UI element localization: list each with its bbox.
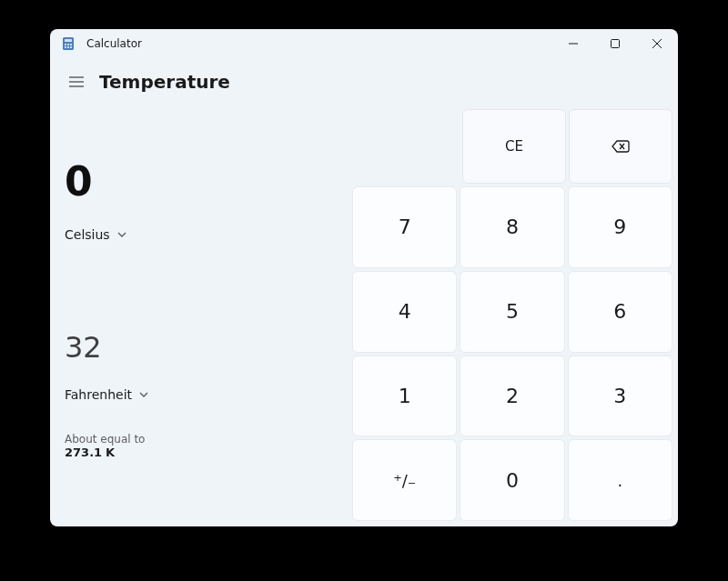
backspace-icon [612, 140, 630, 153]
app-icon [61, 36, 76, 51]
key-7[interactable]: 7 [352, 186, 457, 268]
about-label: About equal to [65, 433, 350, 446]
key-4[interactable]: 4 [352, 271, 457, 353]
body: 0 Celsius 32 Fahrenheit About equal to 2… [50, 109, 678, 526]
title-bar: Calculator [50, 29, 678, 58]
keypad-spacer [352, 109, 460, 184]
output-unit-label: Fahrenheit [65, 387, 132, 402]
header: Temperature [50, 58, 678, 109]
window-controls [552, 29, 678, 58]
about-value: 273.1 [65, 446, 102, 459]
svg-rect-3 [67, 44, 69, 45]
keypad-top-row: CE [352, 109, 672, 184]
maximize-button[interactable] [594, 29, 636, 58]
key-0[interactable]: 0 [460, 439, 564, 521]
backspace-button[interactable] [569, 109, 672, 184]
svg-rect-6 [67, 46, 69, 48]
key-decimal[interactable]: . [568, 439, 672, 521]
input-unit-label: Celsius [65, 227, 110, 242]
calculator-window: Calculator Temperature 0 Celsius [50, 29, 678, 526]
output-unit-select[interactable]: Fahrenheit [65, 384, 148, 406]
clear-entry-button[interactable]: CE [462, 109, 566, 184]
mode-title: Temperature [99, 71, 230, 93]
input-value[interactable]: 0 [65, 162, 350, 202]
hamburger-icon [69, 76, 84, 87]
key-6[interactable]: 6 [568, 271, 672, 353]
chevron-down-icon [117, 232, 126, 237]
app-title: Calculator [86, 37, 552, 50]
key-1[interactable]: 1 [352, 356, 457, 437]
svg-rect-7 [70, 46, 72, 48]
svg-rect-8 [612, 40, 620, 48]
svg-rect-2 [65, 44, 66, 45]
about-unit: K [106, 446, 115, 459]
conversion-panel: 0 Celsius 32 Fahrenheit About equal to 2… [56, 109, 350, 521]
keypad: CE 7 8 9 4 5 6 1 2 3 ⁺∕₋ 0 [352, 109, 672, 521]
minimize-button[interactable] [552, 29, 594, 58]
key-9[interactable]: 9 [568, 186, 672, 268]
output-value[interactable]: 32 [65, 333, 350, 362]
input-unit-select[interactable]: Celsius [65, 224, 126, 245]
about-equal: About equal to 273.1 K [65, 433, 350, 459]
close-button[interactable] [636, 29, 678, 58]
key-3[interactable]: 3 [568, 356, 672, 437]
chevron-down-icon [139, 392, 148, 397]
svg-rect-1 [65, 39, 72, 42]
key-5[interactable]: 5 [460, 271, 564, 353]
key-2[interactable]: 2 [460, 356, 564, 437]
svg-rect-5 [65, 46, 66, 48]
svg-rect-4 [70, 44, 72, 45]
key-sign[interactable]: ⁺∕₋ [352, 439, 457, 521]
key-8[interactable]: 8 [460, 186, 564, 268]
menu-button[interactable] [59, 65, 94, 98]
keypad-grid: 7 8 9 4 5 6 1 2 3 ⁺∕₋ 0 . [352, 186, 672, 521]
